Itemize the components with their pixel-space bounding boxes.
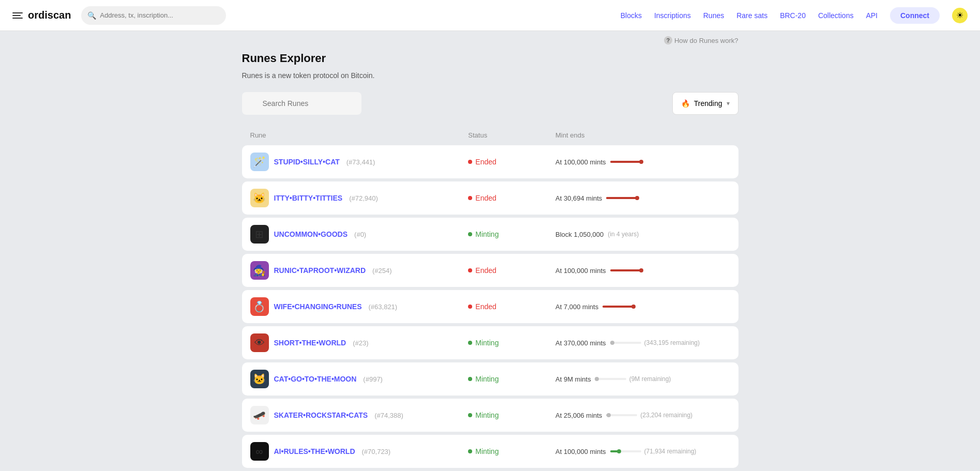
status-dot: [468, 160, 472, 164]
table-row[interactable]: ⊞ UNCOMMON•GOODS (#0) Minting Block 1,05…: [242, 218, 738, 251]
progress-dot: [610, 341, 614, 345]
remaining-text: (71,934 remaining): [644, 448, 697, 455]
status-cell: Ended: [468, 194, 555, 202]
status-text: Minting: [475, 230, 499, 238]
global-search: 🔍: [81, 6, 226, 25]
logo-area[interactable]: ordiscan: [12, 9, 71, 21]
mint-cell: At 9M mints (9M remaining): [555, 375, 730, 383]
progress-dot: [595, 377, 599, 381]
remaining-text: (9M remaining): [629, 375, 671, 383]
table-row[interactable]: 🛹 SKATER•ROCKSTAR•CATS (#74,388) Minting…: [242, 399, 738, 432]
status-cell: Minting: [468, 375, 555, 383]
rune-icon: ⊞: [250, 225, 269, 244]
progress-dot: [607, 413, 611, 417]
table-row[interactable]: 🐱 ITTY•BITTY•TITTIES (#72,940) Ended At …: [242, 181, 738, 215]
table-row[interactable]: 🧙 RUNIC•TAPROOT•WIZARD (#254) Ended At 1…: [242, 254, 738, 287]
rune-id: (#997): [363, 375, 383, 383]
mint-cell: At 100,000 mints: [555, 158, 730, 166]
table-row[interactable]: 🐱 CAT•GO•TO•THE•MOON (#997) Minting At 9…: [242, 362, 738, 396]
nav-inscriptions[interactable]: Inscriptions: [654, 11, 691, 20]
status-cell: Minting: [468, 230, 555, 238]
rune-name: SKATER•ROCKSTAR•CATS: [274, 411, 368, 419]
status-dot: [468, 232, 472, 236]
search-runes-input[interactable]: [242, 92, 361, 115]
rune-name-cell: 🛹 SKATER•ROCKSTAR•CATS (#74,388): [250, 406, 469, 424]
main-nav: Blocks Inscriptions Runes Rare sats BRC-…: [621, 7, 968, 24]
rune-name-cell: 💍 WIFE•CHANGING•RUNES (#63,821): [250, 297, 469, 316]
nav-runes[interactable]: Runes: [703, 11, 724, 20]
remaining-text: (343,195 remaining): [644, 339, 700, 346]
table-row[interactable]: 💍 WIFE•CHANGING•RUNES (#63,821) Ended At…: [242, 290, 738, 323]
rune-icon: 💍: [250, 297, 269, 316]
mint-ends-text: At 9M mints: [555, 375, 591, 383]
global-search-input[interactable]: [81, 6, 226, 25]
rune-name-cell: 🐱 ITTY•BITTY•TITTIES (#72,940): [250, 189, 469, 207]
table-header: Rune Status Mint ends: [242, 127, 738, 143]
rune-id: (#254): [372, 267, 392, 275]
progress-bar-wrap: (9M remaining): [595, 375, 671, 383]
logo-text: ordiscan: [28, 9, 71, 21]
status-cell: Ended: [468, 158, 555, 166]
status-text: Ended: [475, 302, 496, 311]
progress-dot: [639, 160, 643, 164]
rune-id: (#63,821): [369, 303, 398, 311]
nav-blocks[interactable]: Blocks: [621, 11, 642, 20]
status-cell: Ended: [468, 302, 555, 311]
nav-brc20[interactable]: BRC-20: [780, 11, 806, 20]
progress-bar-wrap: [610, 161, 641, 163]
mint-cell: At 370,000 mints (343,195 remaining): [555, 339, 730, 347]
hamburger-icon[interactable]: [12, 12, 23, 19]
progress-bar-wrap: [602, 306, 634, 308]
progress-dot: [635, 196, 639, 200]
nav-api[interactable]: API: [866, 11, 878, 20]
status-text: Ended: [475, 266, 496, 275]
mint-cell: At 100,000 mints: [555, 267, 730, 275]
rune-name: STUPID•SILLY•CAT: [274, 158, 340, 166]
page-subtitle: Runes is a new token protocol on Bitcoin…: [242, 71, 738, 80]
table-row[interactable]: 🪄 STUPID•SILLY•CAT (#73,441) Ended At 10…: [242, 145, 738, 178]
status-text: Minting: [475, 375, 499, 383]
progress-fill: [606, 197, 637, 199]
progress-fill: [595, 378, 597, 380]
trending-button[interactable]: 🔥 Trending ▾: [672, 92, 738, 115]
progress-bar: [610, 269, 641, 271]
progress-bar: [610, 450, 641, 452]
mint-cell: At 25,006 mints (23,204 remaining): [555, 412, 730, 419]
rune-name: RUNIC•TAPROOT•WIZARD: [274, 266, 366, 275]
connect-button[interactable]: Connect: [890, 7, 940, 24]
col-mint-ends: Mint ends: [555, 131, 730, 139]
nav-rare-sats[interactable]: Rare sats: [736, 11, 767, 20]
progress-bar: [606, 197, 637, 199]
status-text: Minting: [475, 339, 499, 347]
status-dot: [468, 196, 472, 200]
col-status: Status: [468, 131, 555, 139]
rune-id: (#0): [354, 231, 366, 238]
rune-id: (#74,388): [374, 412, 403, 419]
runes-list: 🪄 STUPID•SILLY•CAT (#73,441) Ended At 10…: [242, 145, 738, 468]
progress-dot: [631, 305, 636, 309]
col-rune: Rune: [250, 131, 469, 139]
help-link[interactable]: ? How do Runes work?: [664, 36, 738, 44]
status-dot: [468, 377, 472, 381]
rune-id: (#72,940): [349, 194, 378, 202]
filter-row: 🔍 🔥 Trending ▾: [242, 92, 738, 115]
progress-fill: [602, 306, 634, 308]
progress-bar: [610, 161, 641, 163]
rune-name-cell: 🧙 RUNIC•TAPROOT•WIZARD (#254): [250, 261, 469, 280]
theme-toggle-button[interactable]: ☀: [952, 8, 968, 23]
status-text: Minting: [475, 447, 499, 455]
rune-name-cell: 👁 SHORT•THE•WORLD (#23): [250, 333, 469, 352]
status-cell: Minting: [468, 447, 555, 455]
status-cell: Ended: [468, 266, 555, 275]
rune-name: WIFE•CHANGING•RUNES: [274, 302, 362, 311]
mint-cell: At 100,000 mints (71,934 remaining): [555, 448, 730, 455]
status-text: Ended: [475, 158, 496, 166]
table-row[interactable]: ∞ AI•RULES•THE•WORLD (#70,723) Minting A…: [242, 435, 738, 468]
status-dot: [468, 268, 472, 272]
table-row[interactable]: 👁 SHORT•THE•WORLD (#23) Minting At 370,0…: [242, 326, 738, 359]
progress-bar-wrap: (343,195 remaining): [610, 339, 700, 346]
mint-ends-text: At 25,006 mints: [555, 412, 602, 419]
nav-collections[interactable]: Collections: [818, 11, 853, 20]
help-icon: ?: [664, 36, 672, 44]
rune-name: SHORT•THE•WORLD: [274, 339, 346, 347]
